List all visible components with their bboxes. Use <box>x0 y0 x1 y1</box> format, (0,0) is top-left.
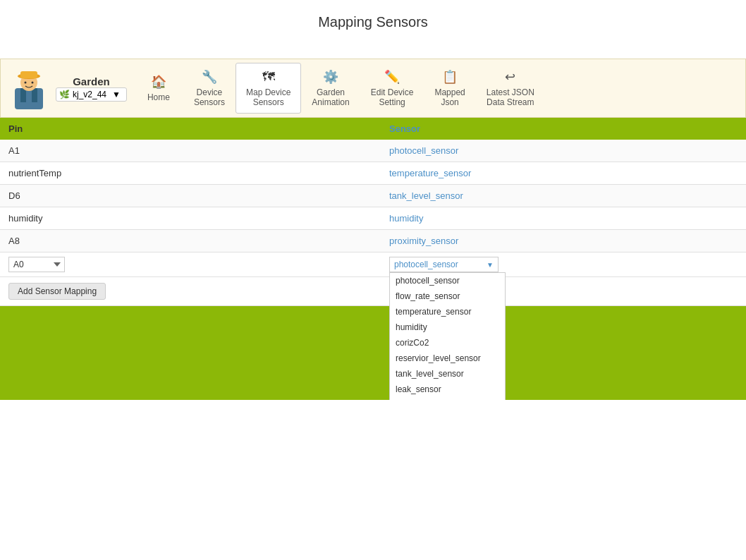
dropdown-arrow-icon: ▼ <box>112 90 121 99</box>
nav-item-map-sensors-label: Map DeviceSensors <box>246 87 291 107</box>
nav-item-latest-json-label: Latest JSONData Stream <box>487 87 534 107</box>
svg-rect-2 <box>32 88 37 102</box>
device-sensors-icon: 🔧 <box>202 69 217 85</box>
nav-item-home-label: Home <box>147 92 170 102</box>
add-sensor-row: Add Sensor Mapping <box>0 277 746 306</box>
dropdown-item[interactable]: photocell_sensor <box>390 273 505 288</box>
sensor-d6: tank_level_sensor <box>381 185 746 207</box>
dropdown-item[interactable]: corizCo2 <box>390 335 505 351</box>
svg-rect-1 <box>20 88 26 102</box>
col-sensor-header: Sensor <box>381 118 746 140</box>
dropdown-item[interactable]: humidity <box>390 319 505 335</box>
dropdown-item[interactable]: flow_rate_sensor <box>390 288 505 304</box>
pin-nutrienttemp: nutrientTemp <box>0 162 381 184</box>
table-row: nutrientTemp temperature_sensor <box>0 162 746 185</box>
pin-a1: A1 <box>0 140 381 162</box>
nav-bar: Garden 🌿 kj_v2_44 ▼ 🏠 Home 🔧 DeviceSenso… <box>0 59 746 118</box>
svg-rect-0 <box>15 88 43 109</box>
sensor-dropdown-list: photocell_sensor flow_rate_sensor temper… <box>389 272 506 400</box>
sensor-nutrienttemp: temperature_sensor <box>381 162 746 184</box>
dropdown-item[interactable]: tank_level_sensor <box>390 366 505 382</box>
pin-d6: D6 <box>0 185 381 207</box>
sensor-a1: photocell_sensor <box>381 140 746 162</box>
nav-item-mapped-json-label: MappedJson <box>434 87 465 107</box>
map-device-sensors-icon: 🗺 <box>262 70 275 85</box>
leaf-icon: 🌿 <box>59 90 70 99</box>
table-row: humidity humidity <box>0 207 746 230</box>
svg-point-6 <box>25 82 27 84</box>
nav-item-latest-json[interactable]: ↩ Latest JSONData Stream <box>476 63 545 114</box>
table-row: D6 tank_level_sensor <box>0 185 746 207</box>
dropdown-item[interactable]: flow_switch_sensor <box>390 397 505 400</box>
nav-item-edit-device-label: Edit DeviceSetting <box>371 87 414 107</box>
edit-device-setting-icon: ✏️ <box>384 69 400 85</box>
add-sensor-mapping-button[interactable]: Add Sensor Mapping <box>8 283 106 300</box>
sensor-a8: proximity_sensor <box>381 230 746 252</box>
nav-item-garden-animation-label: GardenAnimation <box>312 87 349 107</box>
dropdown-item[interactable]: reservior_level_sensor <box>390 351 505 366</box>
pin-a8: A8 <box>0 230 381 252</box>
main-content: Pin Sensor A1 photocell_sensor nutrientT… <box>0 118 746 400</box>
garden-name: Garden <box>73 75 110 87</box>
device-select[interactable]: 🌿 kj_v2_44 ▼ <box>56 87 127 102</box>
garden-animation-icon: ⚙️ <box>323 69 338 85</box>
pin-humidity: humidity <box>0 207 381 229</box>
device-name: kj_v2_44 <box>73 90 106 99</box>
nav-item-mapped-json[interactable]: 📋 MappedJson <box>424 63 475 114</box>
table-row: A8 proximity_sensor <box>0 230 746 252</box>
sensor-select-cell: photocell_sensor ▼ photocell_sensor flow… <box>381 252 746 276</box>
svg-rect-5 <box>20 71 37 78</box>
home-icon: 🏠 <box>151 74 166 90</box>
svg-point-7 <box>32 82 34 84</box>
nav-item-edit-device-setting[interactable]: ✏️ Edit DeviceSetting <box>360 63 424 114</box>
sensor-dropdown-toggle[interactable]: photocell_sensor ▼ <box>389 257 499 272</box>
sensor-humidity: humidity <box>381 207 746 229</box>
dropdown-chevron-icon: ▼ <box>487 261 494 269</box>
table-header: Pin Sensor <box>0 118 746 140</box>
nav-item-home[interactable]: 🏠 Home <box>134 63 183 114</box>
nav-items: 🏠 Home 🔧 DeviceSensors 🗺 Map DeviceSenso… <box>134 63 545 114</box>
nav-item-map-device-sensors[interactable]: 🗺 Map DeviceSensors <box>236 63 301 114</box>
garden-info: Garden 🌿 kj_v2_44 ▼ <box>56 75 127 102</box>
sensor-dropdown-wrapper: photocell_sensor ▼ photocell_sensor flow… <box>389 257 499 272</box>
nav-item-device-sensors[interactable]: 🔧 DeviceSensors <box>183 63 236 114</box>
dropdown-item[interactable]: temperature_sensor <box>390 304 505 319</box>
table-container: Pin Sensor A1 photocell_sensor nutrientT… <box>0 118 746 306</box>
col-pin-header: Pin <box>0 118 381 140</box>
table-row: A1 photocell_sensor <box>0 140 746 162</box>
pin-select-cell: A0 A1 A2 D6 D7 <box>0 252 381 276</box>
selected-sensor-label: photocell_sensor <box>394 260 458 269</box>
nav-item-garden-animation[interactable]: ⚙️ GardenAnimation <box>301 63 360 114</box>
new-mapping-row: A0 A1 A2 D6 D7 photocell_sensor ▼ photoc… <box>0 252 746 277</box>
mapped-json-icon: 📋 <box>442 69 458 85</box>
avatar <box>8 67 50 109</box>
pin-dropdown[interactable]: A0 A1 A2 D6 D7 <box>8 257 65 272</box>
dropdown-item[interactable]: leak_sensor <box>390 382 505 397</box>
nav-item-device-sensors-label: DeviceSensors <box>194 87 225 107</box>
latest-json-icon: ↩ <box>505 69 515 85</box>
page-title: Mapping Sensors <box>0 0 746 59</box>
